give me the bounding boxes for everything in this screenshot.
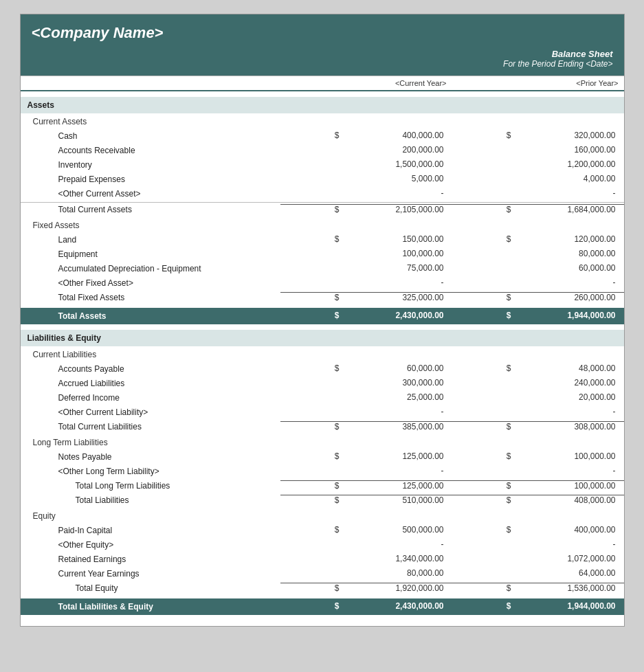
pic-cy: 500,000.00 [342, 525, 452, 536]
accum-dep-py: 60,000.00 [514, 263, 624, 274]
cye-cy: 80,000.00 [342, 568, 452, 579]
ar-row: Accounts Receivable 200,000.00 160,000.0… [21, 144, 624, 158]
land-label: Land [21, 234, 280, 245]
other-ca-py: - [514, 188, 624, 199]
land-dollar-cy: $ [280, 234, 342, 245]
ltl-subsection: Long Term Liabilities [21, 434, 624, 450]
current-assets-block: Current Assets Cash $ 400,000.00 $ 320,0… [21, 113, 624, 217]
other-equity-label: <Other Equity> [21, 539, 280, 550]
col-prior-year: <Prior Year> [514, 79, 624, 87]
total-cl-dollar-py: $ [452, 421, 514, 432]
notes-payable-py: 100,000.00 [514, 451, 624, 462]
header-top: <Company Name> [21, 14, 624, 49]
ar-py: 160,000.00 [514, 145, 624, 156]
cye-py: 64,000.00 [514, 568, 624, 579]
other-ltl-cy: - [342, 466, 452, 477]
ap-dollar-cy: $ [280, 363, 342, 374]
accum-dep-row: Accumulated Depreciation - Equipment 75,… [21, 262, 624, 276]
assets-header: Assets [21, 97, 624, 113]
total-le-dollar-py: $ [452, 601, 514, 612]
total-cl-label: Total Current Liabilities [21, 421, 280, 432]
cash-cy: 400,000.00 [342, 131, 452, 142]
paid-in-capital-row: Paid-In Capital $ 500,000.00 $ 400,000.0… [21, 524, 624, 538]
pic-dollar-cy: $ [280, 525, 342, 536]
fixed-assets-label: Fixed Assets [21, 219, 280, 231]
ap-dollar-py: $ [452, 363, 514, 374]
ap-row: Accounts Payable $ 60,000.00 $ 48,000.00 [21, 362, 624, 377]
total-equity-row: Total Equity $ 1,920,000.00 $ 1,536,000.… [21, 581, 624, 596]
column-headers: <Current Year> <Prior Year> [21, 76, 624, 91]
spacer3 [21, 324, 624, 330]
total-liabilities-py: 408,000.00 [514, 495, 624, 506]
equity-label: Equity [21, 509, 280, 522]
accrued-liabilities-cy: 300,000.00 [342, 378, 452, 389]
total-assets-row: Total Assets $ 2,430,000.00 $ 1,944,000.… [21, 308, 624, 324]
other-cl-row: <Other Current Liability> - - [21, 405, 624, 420]
balance-sheet: <Company Name> Balance Sheet For the Per… [20, 14, 625, 627]
notes-payable-cy: 125,000.00 [342, 451, 452, 462]
total-ltl-row: Total Long Term Liabilities $ 125,000.00… [21, 479, 624, 493]
total-ltl-dollar-cy: $ [280, 480, 342, 491]
notes-payable-dollar-py: $ [452, 451, 514, 462]
total-liabilities-dollar-cy: $ [280, 495, 342, 506]
deferred-income-row: Deferred Income 25,000.00 20,000.00 [21, 391, 624, 405]
total-equity-label: Total Equity [21, 583, 280, 594]
inventory-py: 1,200,000.00 [514, 159, 624, 170]
cash-dollar-cy: $ [280, 131, 342, 142]
total-le-py: 1,944,000.00 [514, 601, 624, 612]
total-fixed-assets-row: Total Fixed Assets $ 325,000.00 $ 260,00… [21, 291, 624, 305]
fixed-assets-subsection: Fixed Assets [21, 217, 624, 233]
total-fa-label: Total Fixed Assets [21, 292, 280, 303]
land-py: 120,000.00 [514, 234, 624, 245]
total-ltl-label: Total Long Term Liabilities [21, 480, 280, 491]
other-ltl-label: <Other Long Term Liability> [21, 466, 280, 477]
total-fa-cy: 325,000.00 [342, 292, 452, 303]
total-cl-py: 308,000.00 [514, 421, 624, 432]
other-cl-cy: - [342, 407, 452, 418]
total-cl-row: Total Current Liabilities $ 385,000.00 $… [21, 420, 624, 434]
notes-payable-row: Notes Payable $ 125,000.00 $ 100,000.00 [21, 450, 624, 464]
retained-earnings-py: 1,072,000.00 [514, 554, 624, 565]
col-current-year: <Current Year> [342, 79, 452, 87]
land-cy: 150,000.00 [342, 234, 452, 245]
other-ca-cy: - [342, 188, 452, 199]
equity-subsection: Equity [21, 508, 624, 524]
total-ca-label: Total Current Assets [21, 204, 280, 215]
notes-payable-dollar-cy: $ [280, 451, 342, 462]
total-equity-cy: 1,920,000.00 [342, 583, 452, 594]
total-cl-cy: 385,000.00 [342, 421, 452, 432]
other-cl-label: <Other Current Liability> [21, 407, 280, 418]
total-assets-label: Total Assets [21, 311, 280, 322]
assets-section: Assets Current Assets Cash $ 400,000.00 … [21, 97, 624, 324]
total-fa-py: 260,000.00 [514, 292, 624, 303]
other-fa-label: <Other Fixed Asset> [21, 278, 280, 289]
total-ltl-py: 100,000.00 [514, 480, 624, 491]
company-name: <Company Name> [32, 24, 613, 42]
other-equity-cy: - [342, 539, 452, 550]
total-ltl-dollar-py: $ [452, 480, 514, 491]
bottom-spacer [21, 615, 624, 626]
land-dollar-py: $ [452, 234, 514, 245]
prepaid-row: Prepaid Expenses 5,000.00 4,000.00 [21, 172, 624, 187]
ar-cy: 200,000.00 [342, 145, 452, 156]
prepaid-cy: 5,000.00 [342, 174, 452, 185]
retained-earnings-label: Retained Earnings [21, 554, 280, 565]
cash-py: 320,000.00 [514, 131, 624, 142]
other-fa-py: - [514, 278, 624, 289]
cash-label: Cash [21, 131, 280, 142]
total-equity-py: 1,536,000.00 [514, 583, 624, 594]
accum-dep-label: Accumulated Depreciation - Equipment [21, 263, 280, 274]
total-le-label: Total Liabilities & Equity [21, 601, 280, 612]
header-right: Balance Sheet For the Period Ending <Dat… [21, 49, 624, 76]
other-ltl-py: - [514, 466, 624, 477]
other-equity-py: - [514, 539, 624, 550]
accrued-liabilities-py: 240,000.00 [514, 378, 624, 389]
equipment-row: Equipment 100,000.00 80,000.00 [21, 247, 624, 262]
prepaid-label: Prepaid Expenses [21, 174, 280, 185]
total-assets-dollar-py: $ [452, 311, 514, 322]
total-ca-py: 1,684,000.00 [514, 204, 624, 215]
equipment-label: Equipment [21, 249, 280, 260]
equipment-cy: 100,000.00 [342, 249, 452, 260]
other-equity-row: <Other Equity> - - [21, 538, 624, 552]
col-spacer2 [452, 79, 514, 87]
